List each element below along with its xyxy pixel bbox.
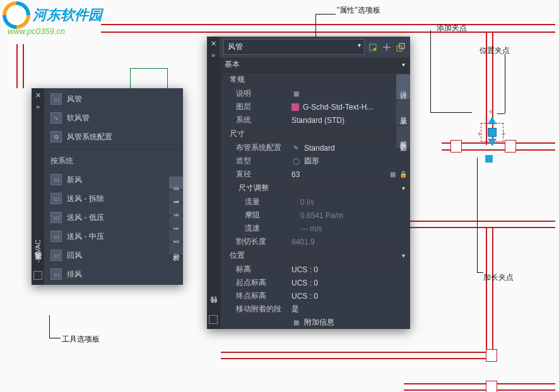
pin-icon[interactable]: » bbox=[33, 102, 42, 111]
tool-label: 送风 - 拆除 bbox=[67, 193, 104, 204]
fitting-icon bbox=[450, 140, 462, 153]
palette-properties-icon[interactable] bbox=[209, 315, 218, 324]
prop-row-start-elev[interactable]: 起点标高 UCS : 0 bbox=[221, 276, 410, 289]
tab-design[interactable]: 设计 bbox=[396, 74, 410, 100]
prop-row-diameter[interactable]: 直径 63▦🔒 bbox=[221, 168, 410, 181]
toggle-pickadd-icon[interactable] bbox=[395, 42, 406, 53]
lock-icon[interactable]: 🔒 bbox=[399, 170, 408, 179]
palette-spine: ✕ » 特性 bbox=[207, 37, 220, 329]
subsection-general[interactable]: 常规 ▾ bbox=[221, 72, 410, 87]
tab-annotate[interactable]: 注释 bbox=[169, 216, 183, 229]
arrow-down-grip-icon[interactable] bbox=[488, 139, 497, 146]
callout-tool-palette: 工具选项板 bbox=[62, 334, 100, 345]
tool-item-supply-med[interactable]: ▭ 送风 - 中压 bbox=[44, 227, 183, 246]
plus-grip-icon[interactable]: + bbox=[501, 129, 506, 139]
duct-line bbox=[492, 227, 493, 353]
prop-row-flow[interactable]: 流量 0 l/s bbox=[221, 195, 410, 209]
tab-ext-data[interactable]: 扩展数据 bbox=[396, 126, 410, 149]
tool-label: 回风 bbox=[67, 250, 82, 261]
prop-label: 造型 bbox=[236, 156, 291, 166]
subsection-label: 尺寸 bbox=[230, 129, 245, 139]
duct-line bbox=[221, 352, 492, 353]
leader bbox=[505, 54, 505, 113]
callout-extend-grip: 加长夹点 bbox=[483, 272, 514, 283]
tool-item-return-air[interactable]: ▭ 回风 bbox=[44, 246, 183, 265]
fitting-icon bbox=[486, 381, 497, 392]
properties-tabs: 设计 显示 扩展数据 bbox=[396, 74, 410, 149]
prop-value-text: 附加信息 bbox=[304, 317, 334, 328]
callout-add-grip: 添加夹点 bbox=[437, 23, 467, 33]
prop-row-velocity[interactable]: 流速 --- m/s bbox=[221, 222, 410, 235]
tool-item-supply-demo[interactable]: ▭ 送风 - 拆除 bbox=[44, 189, 183, 208]
plus-grip-icon[interactable]: + bbox=[488, 107, 493, 117]
tool-item-duct-config[interactable]: ⚙ 风管系统配置 bbox=[44, 127, 183, 146]
tab-display[interactable]: 显示 bbox=[396, 100, 410, 126]
calculator-icon[interactable]: ▦ bbox=[388, 170, 397, 179]
prop-label: 标高 bbox=[236, 264, 291, 275]
prop-row-end-elev[interactable]: 终点标高 UCS : 0 bbox=[221, 289, 410, 303]
flex-duct-icon: ∿ bbox=[50, 112, 62, 124]
prop-label: 摩阻 bbox=[245, 210, 300, 221]
object-type-select[interactable]: 风管 bbox=[223, 39, 365, 55]
info-icon: ▦ bbox=[291, 318, 300, 327]
select-objects-icon[interactable] bbox=[381, 42, 392, 53]
prop-row-cut-length[interactable]: 割切长度 8401.9 bbox=[221, 235, 410, 248]
prop-value-text: --- m/s bbox=[300, 224, 322, 233]
grip-cluster[interactable]: + + + bbox=[477, 110, 509, 161]
prop-row-layer[interactable]: 图层 G-Schd-Std-Text-H... bbox=[221, 100, 410, 113]
duct-line bbox=[101, 32, 555, 33]
logo-circle-icon bbox=[3, 1, 30, 29]
prop-value-text: 0.6541 Pa/m bbox=[300, 211, 343, 220]
tab-duct[interactable]: 风管 bbox=[169, 176, 183, 190]
prop-value-text: 是 bbox=[291, 304, 299, 314]
pin-icon[interactable]: » bbox=[209, 50, 218, 59]
tab-tag[interactable]: 标记 bbox=[169, 229, 183, 243]
close-icon[interactable]: ✕ bbox=[209, 39, 218, 48]
palette-properties-icon[interactable] bbox=[33, 271, 42, 280]
prop-row-friction[interactable]: 摩阻 0.6541 Pa/m bbox=[221, 209, 410, 222]
duct-line bbox=[101, 24, 555, 25]
duct-line bbox=[404, 227, 555, 228]
duct-config-icon: ⚙ bbox=[50, 131, 62, 142]
tool-item-exhaust[interactable]: ▭ 排风 bbox=[44, 265, 183, 284]
subsection-size-adjust[interactable]: 尺寸调整 ▾ bbox=[221, 181, 410, 195]
tool-label: 软风管 bbox=[67, 113, 90, 124]
subsection-size[interactable]: 尺寸 ▾ bbox=[221, 127, 410, 141]
prop-label: 流量 bbox=[245, 197, 300, 207]
chevron-down-icon: ▾ bbox=[402, 252, 405, 259]
duct-icon: ▭ bbox=[50, 250, 62, 261]
close-icon[interactable]: ✕ bbox=[33, 91, 42, 100]
tool-item-supply-low[interactable]: ▭ 送风 - 低压 bbox=[44, 208, 183, 227]
tab-equipment[interactable]: 设备 bbox=[169, 203, 183, 216]
prop-row-system[interactable]: 系统 Standard (STD)▦ bbox=[221, 113, 410, 127]
prop-value-text: 8401.9 bbox=[291, 238, 315, 246]
tab-analysis[interactable]: 分析 bbox=[169, 243, 183, 256]
chevron-down-icon: ▾ bbox=[402, 61, 405, 68]
prop-value-text: 0 l/s bbox=[300, 198, 314, 207]
subsection-position[interactable]: 位置 ▾ bbox=[221, 248, 410, 263]
location-grip-icon[interactable] bbox=[488, 128, 497, 137]
plus-grip-icon[interactable]: + bbox=[477, 129, 482, 139]
fitting-icon bbox=[486, 349, 497, 362]
prop-row-attach-info[interactable]: ▦附加信息 bbox=[221, 316, 410, 329]
separator bbox=[49, 149, 178, 149]
quick-select-icon[interactable] bbox=[367, 42, 379, 53]
tool-palette-body: ▭ 风管 ∿ 软风管 ⚙ 风管系统配置 按系统 ▭ 新风 ▭ 送风 - 拆除 bbox=[44, 88, 183, 285]
tool-item-fresh-air[interactable]: ▭ 新风 bbox=[44, 170, 183, 189]
palette-title: 工具选项板 - HVAC bbox=[33, 239, 43, 265]
section-basic[interactable]: 基本 ▾ bbox=[220, 57, 410, 72]
prop-row-shape[interactable]: 造型 ◯圆形 bbox=[221, 154, 410, 168]
prop-row-move-attached[interactable]: 移动附着的段 是 bbox=[221, 303, 410, 316]
leader bbox=[430, 112, 472, 113]
prop-row-description[interactable]: 说明 ▦ bbox=[221, 87, 410, 100]
arrow-up-grip-icon[interactable] bbox=[488, 117, 497, 124]
tool-item-flex-duct[interactable]: ∿ 软风管 bbox=[44, 108, 183, 127]
prop-row-routing[interactable]: 布管系统配置 ✎Standard▦ bbox=[221, 141, 410, 154]
leader bbox=[477, 158, 478, 272]
tool-palette-tabs: 风管 管件 设备 注释 标记 分析 bbox=[169, 176, 183, 256]
tool-item-duct[interactable]: ▭ 风管 bbox=[44, 89, 183, 108]
tab-fitting[interactable]: 管件 bbox=[169, 190, 183, 203]
duct-icon: ▭ bbox=[50, 93, 62, 105]
prop-row-elevation[interactable]: 标高 UCS : 0 bbox=[221, 263, 410, 276]
circle-icon: ◯ bbox=[291, 157, 300, 166]
